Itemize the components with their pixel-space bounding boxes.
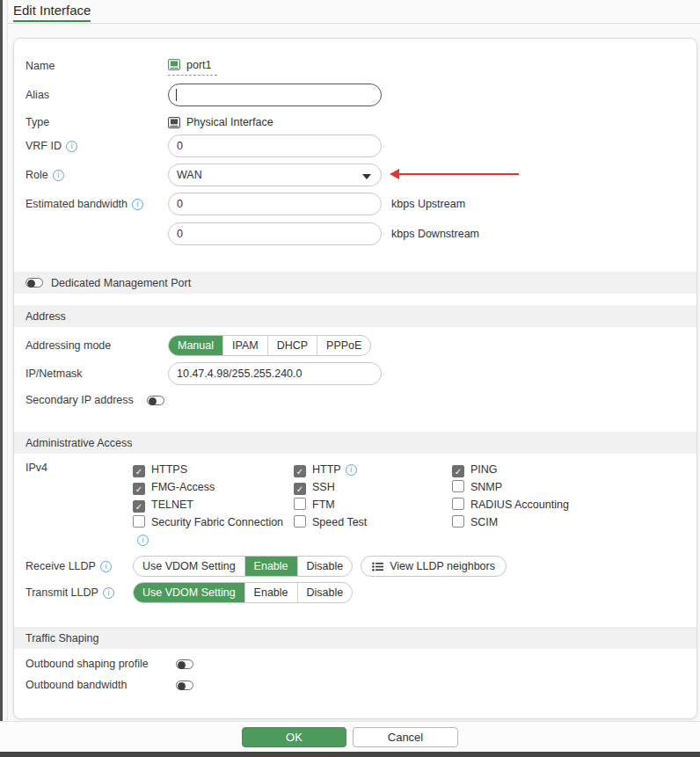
interface-name-value[interactable]: port1 [168, 57, 217, 76]
role-selected-value: WAN [177, 169, 202, 181]
segment-option-ipam[interactable]: IPAM [222, 336, 267, 355]
ipv4-checkbox-grid: ✓HTTPS✓FMG-Access✓TELNETSecurity Fabric … [133, 461, 569, 549]
checkbox-ping[interactable]: ✓PING [452, 461, 569, 478]
checkbox-radius-accounting[interactable]: RADIUS Accounting [452, 496, 569, 513]
segment-option-enable[interactable]: Enable [244, 583, 297, 602]
checkbox-fmg-access[interactable]: ✓FMG-Access [133, 478, 294, 496]
checkbox-scim[interactable]: SCIM [452, 513, 569, 531]
receive-lldp-segmented: Use VDOM SettingEnableDisable [133, 556, 353, 577]
checkbox-box[interactable] [452, 515, 464, 528]
checkbox-box[interactable] [452, 498, 464, 510]
info-icon: i [103, 587, 114, 599]
segment-option-enable[interactable]: Enable [244, 557, 297, 576]
interface-name-text: port1 [186, 59, 212, 71]
view-lldp-neighbors-button[interactable]: View LLDP neighbors [361, 556, 507, 577]
type-row: Type Physical Interface [26, 111, 684, 134]
page-title: Edit Interface [13, 3, 91, 22]
addressing-mode-segmented: ManualIPAMDHCPPPPoE [168, 335, 371, 356]
secondary-ip-toggle[interactable] [147, 396, 164, 405]
addressing-mode-label: Addressing mode [26, 339, 168, 352]
vrf-row: VRF ID i [26, 135, 684, 157]
segment-option-use-vdom-setting[interactable]: Use VDOM Setting [134, 583, 244, 602]
checkbox-https[interactable]: ✓HTTPS [133, 461, 294, 478]
name-label: Name [26, 60, 168, 72]
ip-netmask-label: IP/Netmask [26, 368, 168, 380]
ok-button[interactable]: OK [242, 727, 346, 747]
ipv4-label: IPv4 [26, 461, 133, 474]
bandwidth-upstream-row: Estimated bandwidth i kbps Upstream [26, 193, 684, 215]
outbound-shaping-profile-toggle[interactable] [176, 659, 193, 669]
checkbox-label: PING [470, 463, 498, 476]
checkbox-column: ✓HTTPS✓FMG-Access✓TELNETSecurity Fabric … [133, 461, 294, 549]
info-icon: i [132, 199, 143, 210]
page-header: Edit Interface [8, 0, 700, 24]
checkbox-label: SNMP [470, 481, 502, 493]
info-icon: i [100, 561, 112, 572]
checkbox-snmp[interactable]: SNMP [452, 478, 569, 496]
bandwidth-downstream-row: kbps Downstream [26, 222, 684, 245]
checkbox-label: HTTP [312, 463, 341, 476]
upstream-unit-label: kbps Upstream [391, 198, 465, 210]
list-icon [372, 562, 383, 571]
checkbox-box[interactable] [294, 498, 306, 510]
physical-interface-icon [168, 117, 180, 128]
ipv4-access-row: IPv4 ✓HTTPS✓FMG-Access✓TELNETSecurity Fa… [26, 461, 684, 549]
outbound-shaping-profile-row: Outbound shaping profile [26, 657, 684, 671]
downstream-unit-label: kbps Downstream [391, 228, 479, 240]
checkbox-label: Security Fabric Connection [151, 516, 283, 528]
ip-netmask-input[interactable] [168, 362, 382, 385]
vrf-id-input[interactable] [168, 135, 382, 157]
outbound-shaping-profile-label: Outbound shaping profile [26, 658, 176, 670]
checkbox-box[interactable]: ✓ [133, 483, 145, 495]
checkbox-box[interactable]: ✓ [452, 465, 464, 477]
dedicated-mgmt-toggle[interactable] [26, 278, 43, 288]
checkbox-label: RADIUS Accounting [470, 499, 569, 511]
transmit-lldp-row: Transmit LLDP i Use VDOM SettingEnableDi… [26, 582, 684, 603]
checkbox-box[interactable]: ✓ [133, 500, 145, 513]
outbound-bandwidth-label: Outbound bandwidth [26, 679, 176, 691]
admin-access-section-header: Administrative Access [14, 432, 696, 454]
segment-option-pppoe[interactable]: PPPoE [317, 336, 370, 355]
checkbox-speed-test[interactable]: Speed Test [294, 513, 452, 531]
ethernet-port-icon [168, 59, 180, 70]
alias-label: Alias [26, 89, 168, 101]
segment-option-disable[interactable]: Disable [297, 557, 353, 576]
checkbox-box[interactable] [452, 480, 464, 492]
checkbox-security-fabric-connection[interactable]: Security Fabric Connectioni [133, 513, 294, 549]
secondary-ip-label: Secondary IP address [26, 394, 143, 406]
text-cursor [176, 89, 177, 101]
info-icon: i [53, 170, 64, 181]
checkbox-box[interactable]: ✓ [294, 483, 306, 495]
checkbox-ssh[interactable]: ✓SSH [294, 478, 452, 496]
receive-lldp-row: Receive LLDP i Use VDOM SettingEnableDis… [26, 556, 684, 577]
segment-option-disable[interactable]: Disable [297, 583, 353, 602]
segment-option-manual[interactable]: Manual [169, 336, 222, 355]
cancel-button[interactable]: Cancel [353, 727, 458, 747]
info-icon: i [66, 141, 77, 152]
checkbox-box[interactable]: ✓ [294, 465, 306, 477]
checkbox-telnet[interactable]: ✓TELNET [133, 496, 294, 513]
checkbox-box[interactable] [294, 515, 306, 528]
checkbox-box[interactable] [133, 515, 145, 528]
addressing-mode-row: Addressing mode ManualIPAMDHCPPPPoE [26, 335, 684, 356]
name-row: Name port1 [26, 56, 684, 76]
alias-input[interactable] [168, 84, 382, 106]
outbound-bandwidth-toggle[interactable] [176, 681, 193, 690]
bandwidth-upstream-input[interactable] [168, 193, 382, 215]
dedicated-mgmt-bar: Dedicated Management Port [14, 272, 696, 294]
transmit-lldp-segmented: Use VDOM SettingEnableDisable [133, 582, 353, 603]
checkbox-ftm[interactable]: FTM [294, 496, 452, 513]
dedicated-mgmt-label: Dedicated Management Port [51, 277, 191, 289]
bandwidth-downstream-input[interactable] [168, 222, 382, 245]
left-divider [7, 0, 8, 721]
segment-option-use-vdom-setting[interactable]: Use VDOM Setting [134, 557, 244, 576]
role-select[interactable]: WAN [168, 164, 382, 186]
collapsed-sidebar-strip [0, 0, 3, 721]
checkbox-column: ✓PINGSNMPRADIUS AccountingSCIM [452, 461, 569, 531]
checkbox-box[interactable]: ✓ [133, 465, 145, 477]
checkbox-http[interactable]: ✓HTTPi [294, 461, 452, 478]
transmit-lldp-label: Transmit LLDP i [26, 586, 133, 599]
segment-option-dhcp[interactable]: DHCP [267, 336, 317, 355]
info-icon: i [346, 464, 357, 476]
checkbox-label: SCIM [470, 516, 498, 528]
